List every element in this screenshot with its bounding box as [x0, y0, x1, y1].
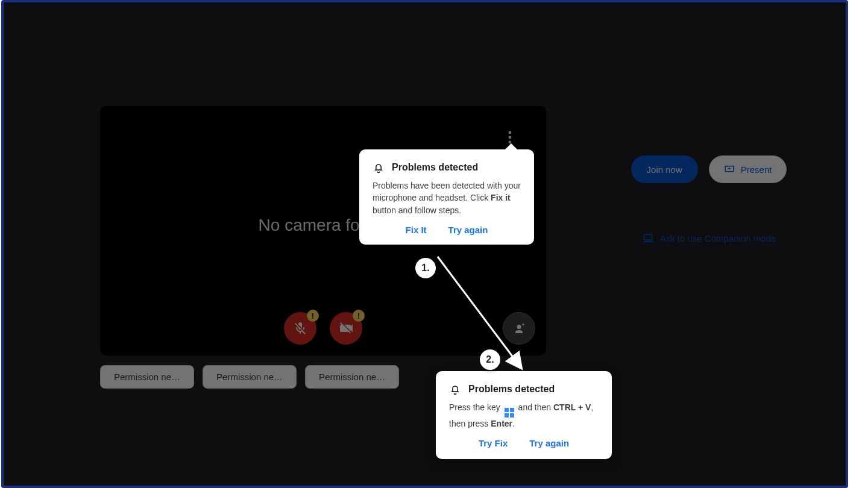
bell-icon [373, 161, 385, 174]
try-fix-button[interactable]: Try Fix [479, 438, 508, 448]
videocam-off-icon [339, 321, 353, 336]
card-title: Problems detected [392, 162, 478, 173]
card-body: Press the key and then CTRL + V, then pr… [449, 401, 599, 430]
bell-icon [449, 383, 461, 395]
svg-point-1 [509, 136, 512, 139]
step-badge-1: 1. [415, 258, 436, 278]
laptop-icon [642, 232, 654, 244]
device-chip[interactable]: Permission ne… [203, 365, 297, 389]
more-vert-icon [508, 131, 512, 144]
device-chips: Permission ne… Permission ne… Permission… [100, 365, 399, 389]
mic-off-icon [293, 321, 307, 336]
ready-heading: Ready to join? [647, 114, 771, 136]
other-options-label: Other joining options [667, 211, 750, 221]
device-chip[interactable]: Permission ne… [305, 365, 399, 389]
join-panel: Ready to join? Join now Present Other jo… [570, 2, 848, 355]
try-again-button[interactable]: Try again [529, 438, 569, 448]
problems-card-1: Problems detected Problems have been det… [359, 149, 534, 245]
windows-logo-icon [505, 408, 514, 418]
try-again-button[interactable]: Try again [448, 225, 488, 235]
svg-line-4 [438, 257, 521, 368]
camera-warning-badge: ! [353, 310, 365, 322]
card-body: Problems have been detected with your mi… [373, 180, 521, 216]
companion-mode-link[interactable]: Ask to use Companion mode [642, 232, 776, 244]
present-label: Present [741, 164, 772, 175]
svg-point-0 [509, 131, 512, 134]
svg-rect-3 [644, 234, 652, 240]
mic-warning-badge: ! [307, 310, 319, 322]
camera-button[interactable]: ! [330, 312, 362, 345]
companion-label: Ask to use Companion mode [660, 233, 776, 243]
fix-it-button[interactable]: Fix It [406, 225, 427, 235]
present-button[interactable]: Present [709, 155, 787, 183]
join-now-button[interactable]: Join now [631, 155, 698, 183]
step-badge-2: 2. [480, 349, 500, 370]
problems-card-2: Problems detected Press the key and then… [436, 371, 612, 459]
card-title: Problems detected [468, 384, 555, 395]
device-chip[interactable]: Permission ne… [100, 365, 194, 389]
present-icon [724, 164, 735, 175]
more-options-button[interactable] [503, 130, 517, 145]
mic-button[interactable]: ! [284, 312, 316, 345]
